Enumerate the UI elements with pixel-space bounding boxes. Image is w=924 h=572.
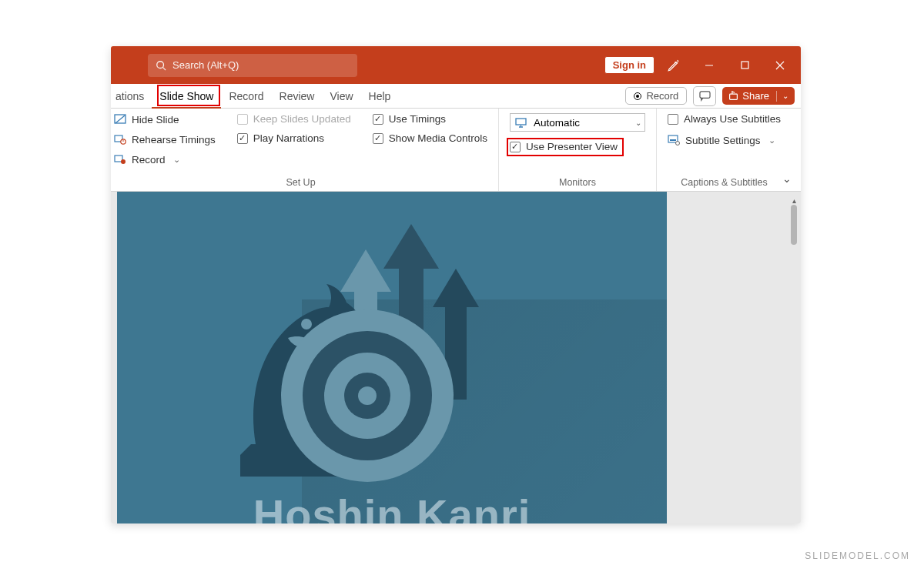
- ribbon-group-captions: Always Use Subtitles Subtitle Settings C…: [657, 109, 792, 191]
- record-button[interactable]: Record: [625, 87, 687, 105]
- search-placeholder: Search (Alt+Q): [172, 59, 239, 71]
- subtitle-settings-dropdown[interactable]: Subtitle Settings: [668, 134, 781, 146]
- svg-point-14: [121, 159, 126, 164]
- rehearse-timings-button[interactable]: Rehearse Timings: [114, 133, 216, 146]
- slide-title: Hoshin Kanri: [117, 490, 667, 523]
- group-label-captions: Captions & Subtitles: [668, 174, 781, 188]
- tab-view[interactable]: View: [322, 84, 360, 109]
- keep-slides-updated-checkbox: Keep Slides Updated: [237, 113, 351, 125]
- show-media-controls-checkbox[interactable]: Show Media Controls: [373, 132, 487, 144]
- checkbox-icon: [373, 114, 383, 125]
- hide-slide-icon: [114, 113, 126, 125]
- comment-icon: [699, 91, 711, 102]
- svg-rect-6: [700, 91, 710, 97]
- svg-point-0: [157, 61, 164, 68]
- checkbox-icon: [237, 133, 248, 144]
- slide-preview[interactable]: Hoshin Kanri: [117, 192, 667, 523]
- checkbox-icon: [237, 114, 248, 125]
- always-use-subtitles-checkbox[interactable]: Always Use Subtitles: [668, 113, 781, 125]
- chevron-down-icon: ⌄: [782, 92, 788, 100]
- ribbon: Hide Slide Rehearse Timings Record Keep …: [111, 109, 801, 192]
- scrollbar-thumb[interactable]: [791, 205, 797, 245]
- svg-rect-19: [670, 139, 676, 141]
- ribbon-group-monitors: Automatic ⌄ Use Presenter View Monitors: [499, 109, 657, 191]
- tab-review[interactable]: Review: [272, 84, 323, 109]
- watermark: SLIDEMODEL.COM: [805, 550, 910, 561]
- search-icon: [156, 60, 166, 71]
- signin-button[interactable]: Sign in: [604, 56, 654, 74]
- ribbon-tabs: ations Slide Show Record Review View Hel…: [111, 84, 801, 109]
- group-label-setup: Set Up: [114, 174, 487, 188]
- monitor-icon: [515, 116, 527, 129]
- checkbox-icon: [668, 114, 678, 125]
- subtitle-settings-icon: [668, 134, 680, 146]
- minimize-button[interactable]: [691, 47, 727, 84]
- chevron-down-icon: ⌄: [635, 119, 641, 127]
- svg-rect-3: [742, 62, 748, 69]
- hide-slide-button[interactable]: Hide Slide: [114, 113, 216, 125]
- slide-canvas-area: Hoshin Kanri ▴: [111, 192, 801, 523]
- rehearse-icon: [114, 133, 126, 146]
- svg-point-20: [675, 142, 679, 146]
- svg-point-26: [358, 386, 377, 405]
- ribbon-group-setup: Hide Slide Rehearse Timings Record Keep …: [111, 109, 499, 191]
- share-icon: [728, 91, 738, 101]
- close-button[interactable]: [762, 47, 798, 84]
- maximize-button[interactable]: [727, 47, 762, 84]
- ribbon-collapse-button[interactable]: ⌄: [782, 172, 792, 185]
- use-timings-checkbox[interactable]: Use Timings: [373, 113, 487, 125]
- highlight-use-presenter-view: [507, 138, 624, 156]
- svg-rect-15: [516, 119, 526, 125]
- comments-button[interactable]: [693, 86, 716, 106]
- tab-animations-partial[interactable]: ations: [116, 84, 152, 109]
- monitor-select-value: Automatic: [534, 117, 580, 129]
- monitor-select[interactable]: Automatic ⌄: [510, 113, 645, 132]
- target-icon: [279, 307, 456, 484]
- record-dropdown[interactable]: Record: [114, 153, 216, 166]
- search-input[interactable]: Search (Alt+Q): [148, 54, 357, 77]
- checkbox-icon: [373, 133, 383, 144]
- stylus-icon[interactable]: [656, 47, 691, 84]
- svg-rect-7: [730, 94, 738, 99]
- highlight-slide-show-tab: [157, 85, 220, 106]
- svg-line-1: [163, 67, 166, 70]
- vertical-scrollbar[interactable]: ▴: [788, 196, 799, 519]
- tab-help[interactable]: Help: [361, 84, 399, 109]
- share-label: Share: [742, 90, 769, 102]
- scroll-up-icon[interactable]: ▴: [788, 196, 799, 205]
- play-narrations-checkbox[interactable]: Play Narrations: [237, 132, 351, 144]
- record-icon: [114, 153, 126, 166]
- svg-line-9: [116, 115, 125, 123]
- tab-record[interactable]: Record: [221, 84, 271, 109]
- record-button-label: Record: [646, 90, 678, 102]
- group-label-monitors: Monitors: [510, 174, 645, 188]
- share-button[interactable]: Share ⌄: [722, 87, 795, 105]
- title-bar: Search (Alt+Q) Sign in: [111, 46, 801, 84]
